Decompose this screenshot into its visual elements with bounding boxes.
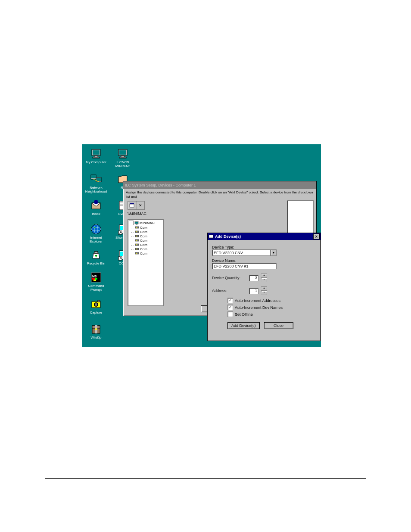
desktop-icon-ilcncs-minimac[interactable]: ILCNCS MINIMAC	[110, 148, 135, 168]
desktop-icon-recycle-bin[interactable]: Recycle Bin	[84, 249, 109, 266]
svg-point-41	[95, 328, 97, 330]
quantity-down-button[interactable]: ▼	[261, 278, 267, 282]
quantity-up-button[interactable]: ▲	[261, 274, 267, 278]
auto-inc-names-checkbox[interactable]: ✓	[227, 305, 233, 310]
desktop-icon-my-computer[interactable]: My Computer	[84, 148, 109, 165]
setup-window-title: ILC System Setup, Devices - Computer 1	[123, 181, 316, 189]
recycle-icon	[90, 249, 102, 261]
device-name-input[interactable]	[212, 263, 277, 269]
svg-rect-54	[136, 240, 137, 241]
winzip-icon	[90, 323, 102, 335]
delete-icon: ✕	[139, 203, 142, 208]
address-up-button[interactable]: ▲	[261, 286, 267, 291]
dialog-title-text: Add Device(s)	[215, 234, 241, 239]
add-device-dialog: Add Device(s) ✕ Device Type: ▼ Device Na…	[207, 233, 321, 341]
address-label: Address:	[212, 289, 246, 293]
icon-label: Inbox	[84, 212, 109, 216]
tree-item-label: Com	[140, 234, 147, 238]
computer-icon	[90, 148, 102, 160]
icon-label: Recycle Bin	[84, 262, 109, 266]
svg-rect-31	[92, 278, 95, 280]
port-icon	[135, 230, 139, 234]
icon-label: WinZip	[84, 336, 109, 340]
capture-icon	[90, 298, 102, 310]
close-icon: ✕	[315, 235, 318, 239]
address-down-button[interactable]: ▼	[261, 291, 267, 295]
device-quantity-input[interactable]	[249, 275, 258, 281]
inbox-icon	[90, 199, 102, 212]
desktop-icon-capture[interactable]: Capture	[84, 298, 109, 315]
device-type-label: Device Type:	[212, 245, 316, 249]
svg-rect-33	[93, 280, 96, 281]
chevron-down-icon[interactable]: ▼	[271, 249, 277, 256]
toolbar-delete-button[interactable]: ✕	[136, 201, 145, 210]
msdos-icon: MS	[90, 271, 102, 283]
desktop: My ComputerILCNCS MINIMACNetwork Neighbo…	[82, 144, 321, 347]
port-icon	[135, 251, 139, 255]
desktop-icon-internet-explorer[interactable]: Internet Explorer	[84, 223, 109, 244]
close-button[interactable]: Close	[264, 322, 293, 329]
svg-rect-58	[136, 249, 137, 249]
setup-window-title-text: ILC System Setup, Devices - Computer 1	[125, 183, 196, 187]
tree-root-label: MINIMAC	[140, 221, 155, 225]
tree-com-port[interactable]: Com	[135, 234, 162, 238]
toolbar-properties-button[interactable]	[128, 201, 136, 210]
svg-rect-7	[119, 157, 126, 158]
svg-rect-32	[95, 278, 97, 280]
tree-panel[interactable]: − MINIMAC ComComComComComComCom	[128, 219, 164, 306]
port-icon	[135, 225, 139, 230]
svg-text:MS: MS	[92, 275, 97, 278]
tree-item-label: Com	[140, 239, 147, 243]
dialog-body: Device Type: ▼ Device Name: Device Quant…	[208, 240, 321, 332]
desktop-icon-network-neighborhood[interactable]: Network Neighborhood	[84, 173, 109, 194]
port-icon	[135, 243, 139, 247]
svg-rect-3	[93, 157, 100, 158]
desktop-icon-inbox[interactable]: Inbox	[84, 199, 109, 216]
tree-item-label: Com	[140, 226, 147, 230]
properties-icon	[129, 203, 134, 208]
svg-rect-46	[136, 224, 137, 225]
device-type-combo[interactable]: ▼	[212, 249, 316, 256]
tree-item-label: Com	[140, 230, 147, 234]
icon-label: My Computer	[84, 161, 109, 165]
svg-rect-56	[136, 244, 137, 245]
tree-com-port[interactable]: Com	[135, 225, 162, 230]
auto-inc-addr-checkbox[interactable]: ✓	[227, 298, 233, 303]
svg-rect-45	[135, 222, 138, 224]
device-type-input[interactable]	[212, 249, 271, 256]
tree-com-port[interactable]: Com	[135, 238, 162, 243]
desktop-icon-winzip[interactable]: WinZip	[84, 323, 109, 340]
tree-root[interactable]: − MINIMAC	[129, 221, 162, 225]
tree-com-port[interactable]: Com	[135, 251, 162, 255]
quantity-spinner: ▲ ▼	[261, 274, 267, 282]
address-input[interactable]	[249, 288, 258, 294]
svg-rect-43	[130, 203, 134, 204]
tree-com-port[interactable]: Com	[135, 247, 162, 251]
svg-rect-48	[136, 227, 137, 228]
top-rule	[45, 67, 366, 67]
collapse-icon[interactable]: −	[129, 221, 134, 225]
tree-com-port[interactable]: Com	[135, 243, 162, 247]
auto-inc-names-label: Auto-Increment Dev Names	[235, 305, 283, 310]
icon-label: Internet Explorer	[84, 236, 109, 244]
set-offline-label: Set Offline	[235, 312, 253, 317]
tree-com-port[interactable]: Com	[135, 230, 162, 234]
network-icon	[90, 173, 102, 185]
add-device-button[interactable]: Add Device(s)	[227, 322, 260, 329]
computer-icon	[117, 148, 129, 160]
svg-rect-42	[130, 204, 134, 207]
port-icon	[135, 247, 139, 251]
app-icon	[209, 234, 214, 239]
computer-icon	[134, 221, 139, 225]
svg-point-20	[91, 224, 101, 234]
tree-item-label: Com	[140, 243, 147, 247]
set-offline-checkbox[interactable]	[227, 311, 233, 317]
svg-rect-60	[136, 253, 137, 254]
desktop-icon-command-prompt[interactable]: MSCommand Prompt	[84, 271, 109, 292]
svg-rect-1	[93, 150, 100, 155]
dialog-titlebar: Add Device(s) ✕	[208, 233, 321, 240]
dialog-close-button[interactable]: ✕	[313, 233, 320, 240]
tree-path: \\MINIMAC	[128, 212, 146, 216]
address-spinner: ▲ ▼	[261, 286, 267, 295]
toolbar: ✕	[128, 201, 145, 210]
